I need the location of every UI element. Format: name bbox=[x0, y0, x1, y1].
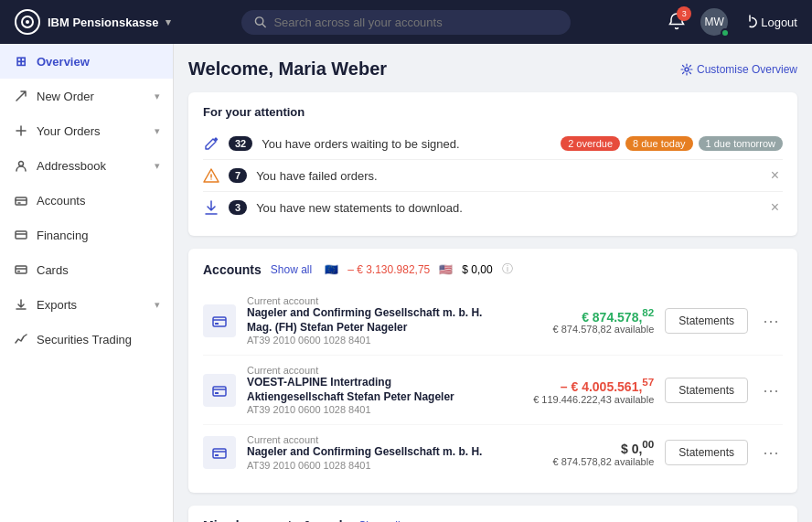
logo[interactable]: IBM Pensionskasse ▾ bbox=[15, 9, 171, 35]
sidebar-item-label: Your Orders bbox=[37, 124, 147, 138]
accounts-show-all-link[interactable]: Show all bbox=[271, 263, 312, 276]
due-tomorrow-tag: 1 due tomorrow bbox=[699, 136, 783, 151]
sign-text: You have orders waiting to be signed. bbox=[262, 137, 551, 151]
logo-icon bbox=[15, 9, 40, 35]
notifications-button[interactable]: 3 bbox=[668, 12, 686, 33]
attention-title: For your attention bbox=[203, 105, 783, 119]
customise-label: Customise Overview bbox=[697, 63, 797, 76]
main-content: Welcome, Maria Weber Customise Overview … bbox=[174, 44, 812, 522]
statements-count-badge: 3 bbox=[229, 200, 247, 215]
sidebar-item-your-orders[interactable]: Your Orders ▾ bbox=[0, 113, 173, 148]
logo-text: IBM Pensionskasse bbox=[48, 16, 158, 29]
page-title: Welcome, Maria Weber bbox=[188, 59, 387, 80]
search-bar[interactable] bbox=[241, 10, 571, 35]
securities-trading-icon bbox=[13, 331, 29, 347]
account-name: Nageler and Confirming Gesellschaft m. b… bbox=[247, 306, 487, 335]
download-icon bbox=[203, 199, 219, 216]
account-row: Current account Nageler and Confirming G… bbox=[203, 286, 783, 356]
account-main-amount: – € 4.005.561,57 bbox=[498, 376, 654, 394]
accounts-title: Accounts bbox=[203, 262, 262, 277]
svg-line-3 bbox=[262, 24, 265, 27]
failed-count-badge: 7 bbox=[229, 168, 247, 183]
account-available: € 874.578,82 available bbox=[498, 324, 654, 335]
exports-icon bbox=[13, 296, 29, 313]
more-options-button[interactable]: ⋯ bbox=[759, 380, 783, 400]
your-orders-icon bbox=[13, 123, 29, 139]
user-avatar[interactable]: MW bbox=[700, 8, 728, 36]
mixed-section: Mixed accounts & cards Show all CUSTOM H… bbox=[188, 506, 797, 522]
settings-icon bbox=[680, 63, 693, 76]
svg-point-9 bbox=[685, 68, 689, 71]
sidebar-item-accounts[interactable]: Accounts bbox=[0, 183, 173, 218]
sidebar: ⊞ Overview New Order ▾ Your Orders ▾ Add… bbox=[0, 44, 174, 522]
statements-button[interactable]: Statements bbox=[665, 440, 748, 465]
statements-close-button[interactable]: × bbox=[767, 199, 783, 216]
more-options-button[interactable]: ⋯ bbox=[759, 442, 783, 463]
svg-rect-17 bbox=[215, 454, 219, 456]
account-main-amount: $ 0,00 bbox=[498, 438, 654, 456]
topnav-right: 3 MW Logout bbox=[668, 8, 797, 36]
svg-rect-16 bbox=[213, 449, 226, 458]
failed-close-button[interactable]: × bbox=[767, 167, 783, 184]
account-info: Current account Nageler and Confirming G… bbox=[247, 434, 487, 471]
usd-amount: $ 0,00 bbox=[462, 263, 492, 276]
account-icon bbox=[203, 374, 236, 407]
main-layout: ⊞ Overview New Order ▾ Your Orders ▾ Add… bbox=[0, 44, 812, 522]
sidebar-item-label: Exports bbox=[37, 298, 147, 312]
account-amounts: € 874.578,82 € 874.578,82 available bbox=[498, 306, 654, 336]
new-order-icon bbox=[13, 88, 29, 104]
mixed-title: Mixed accounts & cards bbox=[203, 518, 349, 522]
sidebar-item-securities-trading[interactable]: Securities Trading bbox=[0, 322, 173, 357]
attention-tags: 2 overdue 8 due today 1 due tomorrow bbox=[561, 136, 783, 151]
more-options-button[interactable]: ⋯ bbox=[759, 311, 783, 331]
account-iban: AT39 2010 0600 1028 8401 bbox=[247, 460, 487, 471]
sidebar-item-overview[interactable]: ⊞ Overview bbox=[0, 44, 173, 79]
logo-dropdown-icon[interactable]: ▾ bbox=[166, 16, 171, 28]
sign-count-badge: 32 bbox=[229, 136, 252, 151]
sidebar-item-addressbook[interactable]: Addressbook ▾ bbox=[0, 148, 173, 183]
chevron-icon: ▾ bbox=[155, 125, 160, 137]
warning-icon bbox=[203, 167, 219, 184]
search-input[interactable] bbox=[273, 16, 558, 29]
account-amounts: $ 0,00 € 874.578,82 available bbox=[498, 438, 654, 467]
eu-flag: 🇪🇺 bbox=[325, 263, 338, 276]
customise-overview-button[interactable]: Customise Overview bbox=[680, 63, 797, 76]
sidebar-item-label: Securities Trading bbox=[37, 333, 160, 346]
notification-badge: 3 bbox=[677, 6, 691, 21]
sidebar-item-new-order[interactable]: New Order ▾ bbox=[0, 79, 173, 113]
account-main-amount: € 874.578,82 bbox=[498, 306, 654, 325]
account-icon bbox=[203, 436, 236, 469]
addressbook-icon bbox=[13, 157, 29, 174]
svg-rect-7 bbox=[16, 266, 27, 273]
account-type: Current account bbox=[247, 434, 487, 445]
sidebar-item-exports[interactable]: Exports ▾ bbox=[0, 287, 173, 322]
mixed-section-header: Mixed accounts & cards Show all bbox=[203, 518, 783, 522]
account-amounts: – € 4.005.561,57 € 119.446.222,43 availa… bbox=[498, 376, 654, 405]
logout-button[interactable]: Logout bbox=[743, 15, 797, 29]
sidebar-item-cards[interactable]: Cards bbox=[0, 252, 173, 287]
financing-icon bbox=[13, 227, 29, 243]
sidebar-item-financing[interactable]: Financing bbox=[0, 218, 173, 252]
account-name: VOEST-ALPINE Intertrading Aktiengesellsc… bbox=[247, 376, 487, 404]
logout-label: Logout bbox=[761, 16, 797, 29]
info-icon[interactable]: ⓘ bbox=[502, 261, 513, 277]
online-indicator bbox=[721, 28, 730, 37]
account-iban: AT39 2010 0600 1028 8401 bbox=[247, 335, 487, 346]
statements-button[interactable]: Statements bbox=[665, 308, 748, 334]
search-icon bbox=[254, 16, 266, 28]
chevron-icon: ▾ bbox=[155, 91, 160, 102]
us-flag: 🇺🇸 bbox=[439, 263, 453, 276]
svg-rect-6 bbox=[16, 231, 27, 239]
sidebar-item-label: Addressbook bbox=[37, 159, 147, 173]
welcome-header: Welcome, Maria Weber Customise Overview bbox=[188, 59, 797, 80]
account-info: Current account VOEST-ALPINE Intertradin… bbox=[247, 365, 487, 415]
svg-point-11 bbox=[210, 178, 211, 179]
svg-point-1 bbox=[26, 20, 29, 24]
failed-text: You have failed orders. bbox=[256, 169, 758, 183]
eur-amount: – € 3.130.982,75 bbox=[347, 263, 430, 276]
accounts-section-header: Accounts Show all 🇪🇺 – € 3.130.982,75 🇺🇸… bbox=[203, 261, 783, 277]
statements-button[interactable]: Statements bbox=[665, 378, 748, 403]
accounts-section: Accounts Show all 🇪🇺 – € 3.130.982,75 🇺🇸… bbox=[188, 249, 797, 493]
sidebar-item-label: Financing bbox=[37, 229, 160, 242]
svg-point-4 bbox=[19, 162, 24, 166]
